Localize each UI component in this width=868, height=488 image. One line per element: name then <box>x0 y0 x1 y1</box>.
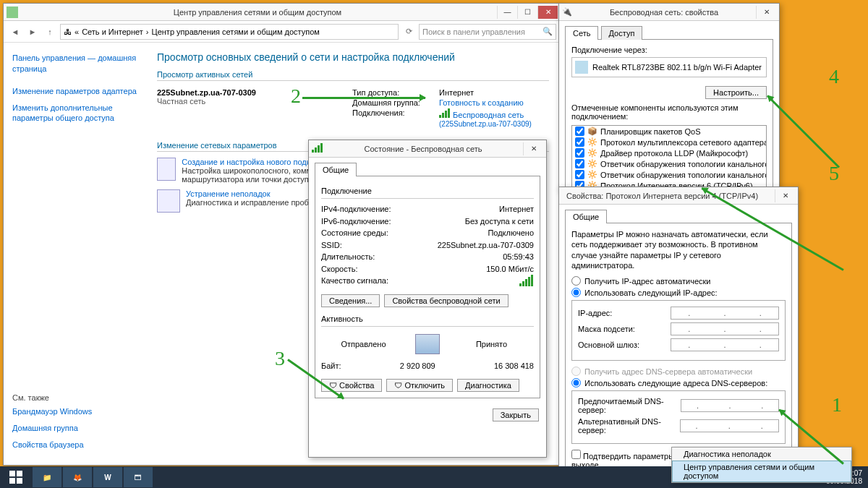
component-checkbox[interactable] <box>575 148 584 158</box>
list-item[interactable]: 🔆Драйвер протокола LLDP (Майкрософт) <box>572 147 766 158</box>
sidebar: Панель управления — домашняя страница Из… <box>4 43 145 465</box>
ip-manual-label: Использовать следующий IP-адрес: <box>584 288 718 297</box>
window-title: Свойства: Протокол Интернета версии 4 (T… <box>562 192 775 200</box>
tab-general[interactable]: Общие <box>565 210 607 223</box>
list-item[interactable]: 📦Планировщик пакетов QoS <box>572 126 766 137</box>
dns-manual-label: Использовать следующие адреса DNS-сервер… <box>584 379 767 388</box>
window-title: Беспроводная сеть: свойства <box>572 8 756 17</box>
close-button[interactable]: ✕ <box>756 6 776 19</box>
forward-button[interactable]: ► <box>25 25 40 39</box>
speed-label: Скорость: <box>321 263 358 275</box>
dns2-input[interactable]: ... <box>680 419 779 432</box>
bytes-sent: 2 920 809 <box>341 360 494 372</box>
refresh-button[interactable]: ⟳ <box>401 25 416 39</box>
gw-input[interactable]: ... <box>671 338 779 351</box>
taskbar-app[interactable]: 🗔 <box>124 467 153 487</box>
menu-item-network-center[interactable]: Центр управления сетями и общим доступом <box>672 461 851 482</box>
svg-rect-0 <box>9 471 15 476</box>
component-label: Ответчик обнаружения топологии канальног… <box>600 160 767 168</box>
list-item[interactable]: 🔆Ответчик обнаружения топологии канально… <box>572 158 766 169</box>
window-title: Центр управления сетями и общим доступом <box>18 8 497 17</box>
connection-sub[interactable]: (225Subnet.zp.ua-707-0309) <box>439 120 532 128</box>
tab-sharing[interactable]: Доступ <box>601 26 643 40</box>
properties-button[interactable]: 🛡 Свойства <box>321 379 382 392</box>
wifi-props-button[interactable]: Свойства беспроводной сети <box>384 294 508 307</box>
protocol-icon: 🔆 <box>587 148 597 158</box>
component-checkbox[interactable] <box>575 170 584 179</box>
dns2-label: Альтернативный DNS-сервер: <box>578 417 680 435</box>
component-label: Драйвер протокола LLDP (Майкрософт) <box>600 149 748 158</box>
ip-input[interactable]: ... <box>671 307 779 320</box>
dns-manual-radio[interactable] <box>571 378 581 388</box>
media-value: Подключено <box>488 227 534 239</box>
list-item[interactable]: 🔆Ответчик обнаружения топологии канально… <box>572 169 766 180</box>
see-also-firewall[interactable]: Брандмауэр Windows <box>12 406 142 417</box>
ipv6-value: Без доступа к сети <box>465 215 534 228</box>
diagnose-button[interactable]: Диагностика <box>457 379 519 392</box>
homegroup-label: Домашняя группа: <box>352 98 439 107</box>
search-input[interactable]: Поиск в панели управления 🔍 <box>419 24 556 40</box>
recycle-icon <box>7 7 18 18</box>
titlebar: Свойства: Протокол Интернета версии 4 (T… <box>559 187 798 205</box>
titlebar: Состояние - Беспроводная сеть ✕ <box>309 140 546 158</box>
menu-item-diagnose[interactable]: Диагностика неполадок <box>672 448 851 461</box>
maximize-button[interactable]: ☐ <box>517 6 537 19</box>
close-button[interactable]: ✕ <box>775 189 795 202</box>
see-also-browser[interactable]: Свойства браузера <box>12 440 142 450</box>
component-checkbox[interactable] <box>575 137 584 147</box>
up-button[interactable]: ↑ <box>43 25 57 39</box>
signal-icon <box>439 111 451 119</box>
tray-context-menu: Диагностика неполадок Центр управления с… <box>671 447 852 483</box>
taskbar-word[interactable]: W <box>93 467 122 487</box>
protocol-icon: 📦 <box>587 127 597 136</box>
confirm-checkbox[interactable] <box>571 450 581 459</box>
ipv4-label: IPv4-подключение: <box>321 203 391 215</box>
breadcrumb[interactable]: 🖧 « Сеть и Интернет › Центр управления с… <box>60 24 399 40</box>
dns-fieldset: Предпочитаемый DNS-сервер:... Альтернати… <box>571 390 786 444</box>
close-button[interactable]: Закрыть <box>493 408 539 421</box>
component-checkbox[interactable] <box>575 127 584 136</box>
start-button[interactable] <box>0 466 32 488</box>
ip-manual-radio[interactable] <box>571 288 581 297</box>
mask-input[interactable]: ... <box>671 322 779 335</box>
see-also-header: См. также <box>12 393 142 402</box>
breadcrumb-item[interactable]: Центр управления сетями и общим доступом <box>152 27 320 36</box>
window-title: Состояние - Беспроводная сеть <box>323 145 523 153</box>
ssid-value: 225Subnet.zp.ua-707-0309 <box>438 239 534 252</box>
connection-link[interactable]: Беспроводная сеть <box>453 111 524 119</box>
sidebar-home-link[interactable]: Панель управления — домашняя страница <box>12 53 137 74</box>
back-button[interactable]: ◄ <box>8 25 22 39</box>
configure-button[interactable]: Настроить... <box>705 86 767 99</box>
close-button[interactable]: ✕ <box>523 142 543 155</box>
sidebar-link-sharing[interactable]: Изменить дополнительные параметры общего… <box>12 103 137 124</box>
tab-network[interactable]: Сеть <box>565 26 598 40</box>
breadcrumb-item[interactable]: Сеть и Интернет <box>82 27 143 36</box>
active-networks-header: Просмотр активных сетей <box>157 70 549 81</box>
breadcrumb-sep: › <box>146 27 149 36</box>
list-item[interactable]: 🔆Протокол мультиплексора сетевого адапте… <box>572 137 766 147</box>
network-name: 225Subnet.zp.ua-707-0309 <box>157 88 331 97</box>
minimize-button[interactable]: — <box>497 6 517 19</box>
dns1-input[interactable]: ... <box>681 399 779 412</box>
taskbar-firefox[interactable]: 🦊 <box>63 467 92 487</box>
ip-auto-radio[interactable] <box>571 276 581 286</box>
close-button[interactable]: ✕ <box>537 6 558 19</box>
disable-button[interactable]: 🛡 Отключить <box>386 379 453 392</box>
tab-general[interactable]: Общие <box>315 163 357 176</box>
homegroup-link[interactable]: Готовность к созданию <box>439 98 524 107</box>
component-checkbox[interactable] <box>575 159 584 168</box>
sidebar-link-adapter[interactable]: Изменение параметров адаптера <box>12 86 137 97</box>
svg-rect-1 <box>17 471 22 476</box>
component-label: Планировщик пакетов QoS <box>600 127 701 136</box>
signal-icon <box>519 275 534 290</box>
see-also-homegroup[interactable]: Домашняя группа <box>12 423 142 434</box>
taskbar-explorer[interactable]: 📁 <box>33 467 61 487</box>
see-also: См. также Брандмауэр Windows Домашняя гр… <box>12 393 142 456</box>
signal-icon <box>312 143 323 154</box>
dns-auto-radio <box>571 367 581 376</box>
adapter-icon <box>575 61 588 74</box>
activity-header: Активность <box>321 314 534 323</box>
protocol-icon: 🔆 <box>587 159 597 168</box>
details-button[interactable]: Сведения... <box>321 294 380 307</box>
ipv4-note: Параметры IP можно назначать автоматичес… <box>571 229 786 270</box>
